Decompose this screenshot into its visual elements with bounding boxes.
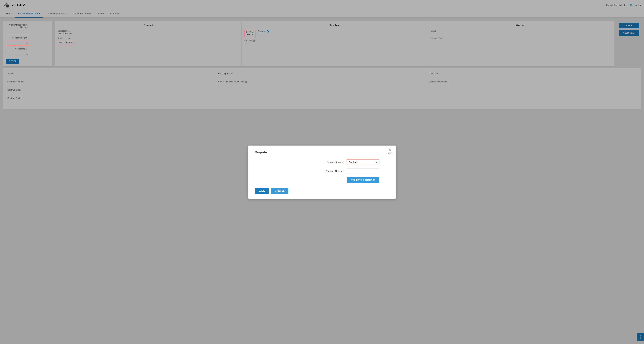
modal-overlay: Dispute ✕ Close Dispute Reason Contract … (0, 0, 644, 112)
